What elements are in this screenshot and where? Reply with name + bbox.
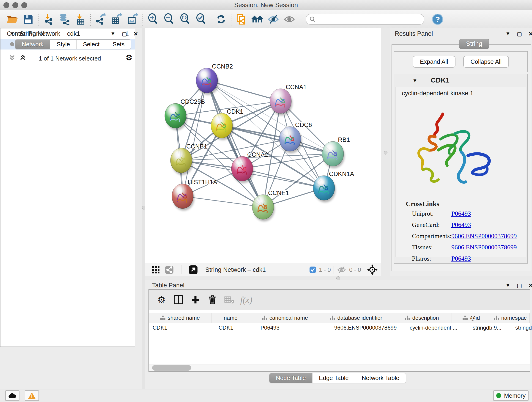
show-columns-icon[interactable] xyxy=(170,292,187,308)
results-panel-close-button[interactable]: ✕ xyxy=(528,31,532,37)
import-network-button[interactable] xyxy=(40,12,56,26)
export-network-button[interactable] xyxy=(93,12,109,26)
refresh-layout-button[interactable] xyxy=(213,12,229,26)
results-panel-float-button[interactable]: ▢ xyxy=(517,31,522,37)
crosslink-value-link[interactable]: P06493 xyxy=(451,221,471,229)
hidden-eye-icon[interactable] xyxy=(337,266,346,274)
crosshair-icon[interactable] xyxy=(367,264,378,275)
network-node-hist1h1a[interactable]: HIST1H1A xyxy=(172,179,217,211)
network-edge[interactable] xyxy=(207,80,263,207)
save-session-button[interactable] xyxy=(20,12,36,26)
first-neighbors-button[interactable] xyxy=(249,12,265,26)
add-column-icon[interactable] xyxy=(187,292,204,308)
zoom-selected-button[interactable] xyxy=(193,12,209,26)
column-header-description[interactable]: description xyxy=(392,313,452,323)
table-cell[interactable]: P06493 xyxy=(257,323,331,332)
table-cell[interactable]: stringdb xyxy=(512,323,532,332)
network-share-icon[interactable] xyxy=(163,262,176,278)
table-options-gear-icon[interactable]: ⚙ xyxy=(153,292,170,308)
tab-edge-table[interactable]: Edge Table xyxy=(312,373,355,383)
table-panel-menu-caret[interactable]: ▼ xyxy=(505,282,510,289)
network-node-cdc25b[interactable]: CDC25B xyxy=(165,98,205,130)
export-table-button[interactable] xyxy=(109,12,125,26)
crosslink-value-link[interactable]: P06493 xyxy=(451,210,471,217)
scrollbar-thumb[interactable] xyxy=(152,365,191,370)
network-edge[interactable] xyxy=(242,169,324,188)
clone-network-button[interactable] xyxy=(233,12,249,26)
grid-view-icon[interactable] xyxy=(149,262,163,278)
crosslink-value-link[interactable]: 9606.ENSP00000378699 xyxy=(451,232,517,240)
table-cell[interactable]: 9606.ENSP00000378699 xyxy=(331,323,406,332)
splitter-grip[interactable] xyxy=(336,276,340,280)
results-panel-menu-caret[interactable]: ▼ xyxy=(505,31,510,37)
tab-string[interactable]: String xyxy=(459,39,489,49)
tab-node-table[interactable]: Node Table xyxy=(269,373,312,383)
hide-selected-button[interactable] xyxy=(265,12,281,26)
crosslink-value-link[interactable]: P06493 xyxy=(451,255,471,262)
collapse-all-button[interactable]: Collapse All xyxy=(463,56,509,68)
network-node-rb1[interactable]: RB1 xyxy=(322,136,350,168)
delete-table-icon[interactable] xyxy=(221,292,238,308)
control-panel-float-button[interactable]: ▢ xyxy=(122,31,127,37)
zoom-out-button[interactable] xyxy=(161,12,177,26)
collapse-all-networks-button[interactable] xyxy=(8,54,16,62)
network-options-gear-icon[interactable]: ⚙ xyxy=(126,54,133,61)
import-table-button[interactable] xyxy=(72,12,89,26)
crosslink-value-link[interactable]: 9606.ENSP00000378699 xyxy=(451,244,517,251)
zoom-in-button[interactable] xyxy=(145,12,161,26)
network-node-ccnb1[interactable]: CCNB1 xyxy=(171,143,207,175)
network-node-ccnb2[interactable]: CCNB2 xyxy=(196,63,233,95)
import-network-from-database-button[interactable] xyxy=(56,12,72,26)
table-cell[interactable]: CDK1 xyxy=(215,323,257,332)
splitter-grip[interactable] xyxy=(384,151,387,154)
function-builder-button[interactable]: f(x) xyxy=(238,292,255,308)
network-canvas[interactable]: CCNB2CCNA1CDC25BCDK1CDC6RB1CCNB1CCNA2CDK… xyxy=(145,28,381,263)
column-header-shared-name[interactable]: shared name xyxy=(149,313,211,323)
export-image-icon xyxy=(127,13,138,25)
expand-all-button[interactable]: Expand All xyxy=(413,56,456,68)
column-header-canonical-name[interactable]: canonical name xyxy=(250,313,320,323)
control-panel-close-button[interactable]: ✕ xyxy=(133,31,138,37)
gene-card-caret[interactable]: ▼ xyxy=(412,78,418,84)
window-minimize-button[interactable] xyxy=(12,2,18,8)
network-node-ccna1[interactable]: CCNA1 xyxy=(270,84,307,115)
birds-eye-view-icon[interactable] xyxy=(186,262,200,278)
cloud-status-button[interactable] xyxy=(5,390,19,401)
tab-network-table[interactable]: Network Table xyxy=(355,373,406,383)
selected-checkbox-icon[interactable] xyxy=(309,266,316,273)
network-node-cdkn1a[interactable]: CDKN1A xyxy=(313,171,354,202)
column-header-name[interactable]: name xyxy=(211,313,250,323)
table-cell[interactable]: stringdb:9... xyxy=(469,323,512,332)
node-label-cdk1: CDK1 xyxy=(227,108,243,115)
column-header-namespac[interactable]: namespac xyxy=(491,313,530,323)
control-panel-menu-caret[interactable]: ▼ xyxy=(110,31,115,37)
table-cell[interactable]: CDK1 xyxy=(149,323,215,332)
column-header--id[interactable]: @id xyxy=(452,313,491,323)
export-image-button[interactable] xyxy=(125,12,141,26)
search-input[interactable] xyxy=(316,15,413,23)
warnings-button[interactable] xyxy=(25,390,39,401)
tab-select[interactable]: Select xyxy=(76,40,106,49)
tab-style[interactable]: Style xyxy=(50,40,76,49)
tab-sets[interactable]: Sets xyxy=(106,40,131,49)
window-close-button[interactable] xyxy=(3,2,9,8)
table-panel-close-button[interactable]: ✕ xyxy=(528,282,532,289)
column-header-database-identifier[interactable]: database identifier xyxy=(320,313,392,323)
table-panel-float-button[interactable]: ▢ xyxy=(517,282,522,289)
table-cell[interactable]: cyclin-dependent ... xyxy=(406,323,469,332)
tab-network[interactable]: Network xyxy=(15,40,50,49)
network-edge[interactable] xyxy=(183,196,263,207)
expand-all-networks-button[interactable] xyxy=(19,54,27,62)
table-row[interactable]: CDK1CDK1P064939606.ENSP00000378699cyclin… xyxy=(149,323,532,332)
memory-button[interactable]: Memory xyxy=(493,390,529,401)
network-collection-tree: ▼ String Network – cdk1 1 String Network… xyxy=(0,28,135,347)
zoom-fit-button[interactable] xyxy=(177,12,193,26)
open-session-button[interactable] xyxy=(4,12,20,26)
window-zoom-button[interactable] xyxy=(21,2,27,8)
show-all-button[interactable] xyxy=(281,12,298,26)
table-horizontal-scrollbar[interactable] xyxy=(149,364,530,371)
search-field[interactable] xyxy=(306,14,424,25)
help-button[interactable]: ? xyxy=(432,14,443,25)
network-node-cdc6[interactable]: CDC6 xyxy=(279,121,312,153)
delete-column-icon[interactable] xyxy=(204,292,221,308)
